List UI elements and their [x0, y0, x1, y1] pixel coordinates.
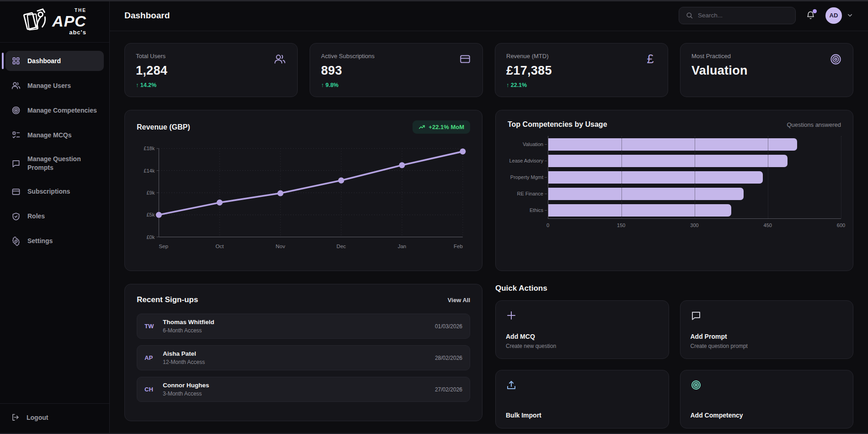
sidebar-item-manage-question-prompts[interactable]: Manage Question Prompts	[5, 150, 104, 177]
revenue-chart-card: Revenue (GBP) +22.1% MoM £0k£5k£9k£14k£1…	[124, 110, 482, 271]
quick-actions-title: Quick Actions	[495, 284, 853, 293]
sidebar-item-label: Subscriptions	[27, 187, 70, 196]
signup-initials: TW	[145, 323, 163, 330]
target-icon	[11, 105, 21, 115]
signup-name: Thomas Whitfield	[163, 319, 214, 326]
signup-plan: 3-Month Access	[163, 391, 209, 397]
sidebar-item-manage-users[interactable]: Manage Users	[5, 76, 104, 96]
app-logo: THE APC abc's	[0, 0, 109, 43]
user-menu[interactable]: AD	[825, 7, 853, 24]
signup-name: Aisha Patel	[163, 350, 205, 357]
svg-text:£18k: £18k	[144, 146, 155, 151]
sidebar-item-label: Settings	[27, 237, 53, 245]
stat-card-total-users: Total Users 1,284 ↑ 14.2%	[124, 43, 298, 97]
sidebar-item-label: Manage MCQs	[27, 131, 71, 140]
dashboard-content: Total Users 1,284 ↑ 14.2% Active Subscri…	[110, 31, 868, 434]
revenue-chart-title: Revenue (GBP)	[137, 123, 190, 131]
target-icon	[829, 53, 842, 65]
stat-delta: ↑ 14.2%	[136, 82, 286, 88]
sidebar-item-subscriptions[interactable]: Subscriptions	[5, 182, 104, 202]
svg-text:£0k: £0k	[146, 234, 155, 240]
notifications-button[interactable]	[806, 11, 815, 20]
signup-row[interactable]: TW Thomas Whitfield 6-Month Access 01/03…	[137, 314, 470, 339]
users-icon	[11, 81, 21, 91]
users-icon	[273, 53, 286, 65]
add-mcq-card[interactable]: Add MCQ Create new question	[495, 300, 669, 359]
bar-re-finance	[548, 188, 744, 200]
logout-icon	[11, 413, 20, 422]
signup-plan: 6-Month Access	[163, 327, 214, 334]
sidebar-nav: Dashboard Manage Users Manage Competenci…	[0, 43, 109, 403]
signup-initials: CH	[145, 386, 163, 393]
svg-text:£9k: £9k	[146, 190, 155, 195]
svg-text:Feb: Feb	[454, 244, 463, 249]
svg-text:Oct: Oct	[215, 244, 224, 249]
svg-text:Nov: Nov	[276, 244, 285, 249]
quick-action-title: Add Competency	[691, 412, 843, 419]
page-title: Dashboard	[124, 11, 170, 21]
competencies-chart-card: Top Competencies by Usage Questions answ…	[495, 110, 853, 271]
sidebar-item-label: Manage Question Prompts	[27, 155, 98, 172]
search-input[interactable]	[698, 12, 789, 19]
quick-actions-section: Quick Actions Add MCQ Create new questio…	[495, 284, 853, 429]
stat-delta: ↑ 22.1%	[506, 82, 657, 88]
search-box[interactable]	[679, 7, 796, 24]
chat-bubble-icon	[691, 310, 702, 321]
credit-card-icon	[459, 53, 472, 65]
stat-card-active-subscriptions: Active Subscriptions 893 ↑ 9.8%	[310, 43, 483, 97]
stat-label: Active Subscriptions	[321, 53, 472, 60]
sidebar-item-dashboard[interactable]: Dashboard	[5, 51, 104, 71]
bar-ethics	[548, 204, 731, 217]
chat-bubble-icon	[11, 158, 21, 168]
sidebar-item-label: Manage Competencies	[27, 106, 97, 115]
svg-text:Sep: Sep	[159, 244, 168, 249]
add-prompt-card[interactable]: Add Prompt Create question prompt	[680, 300, 854, 359]
sidebar-item-manage-mcqs[interactable]: Manage MCQs	[5, 125, 104, 145]
bulk-import-card[interactable]: Bulk Import	[495, 370, 669, 429]
checklist-icon	[11, 130, 21, 140]
gear-icon	[11, 236, 21, 246]
logout-button[interactable]: Logout	[0, 403, 109, 434]
stat-label: Most Practiced	[691, 53, 842, 60]
quick-action-subtitle: Create question prompt	[691, 343, 843, 349]
app-root: THE APC abc's Dashboard Manage Users	[0, 0, 868, 434]
upload-icon	[506, 380, 517, 391]
svg-text:£5k: £5k	[146, 212, 155, 217]
quick-action-title: Bulk Import	[506, 412, 659, 419]
plus-icon	[506, 310, 517, 321]
sidebar-item-label: Roles	[27, 212, 45, 221]
sidebar-item-manage-competencies[interactable]: Manage Competencies	[5, 100, 104, 120]
logo-abcs: abc's	[69, 29, 86, 35]
sidebar-item-label: Manage Users	[27, 81, 71, 90]
quick-action-subtitle: Create new question	[506, 343, 659, 349]
view-all-link[interactable]: View All	[448, 297, 470, 304]
top-header: Dashboard AD	[110, 0, 868, 31]
competencies-chart-unit-label: Questions answered	[787, 121, 841, 128]
signup-date: 01/03/2026	[435, 323, 462, 330]
add-competency-card[interactable]: Add Competency	[680, 370, 854, 429]
charts-row: Revenue (GBP) +22.1% MoM £0k£5k£9k£14k£1…	[124, 110, 853, 271]
credit-card-icon	[11, 187, 21, 197]
stat-card-most-practiced: Most Practiced Valuation	[680, 43, 853, 97]
avatar: AD	[825, 7, 842, 24]
signup-date: 27/02/2026	[435, 386, 462, 393]
pound-sterling-icon: £	[644, 53, 657, 65]
sidebar-item-roles[interactable]: Roles	[5, 206, 104, 227]
logo-apc: APC	[52, 13, 86, 29]
signup-row[interactable]: AP Aisha Patel 12-Month Access 28/02/202…	[137, 345, 470, 370]
bar-lease-advisory	[548, 155, 788, 167]
quick-action-title: Add Prompt	[691, 333, 843, 340]
signup-plan: 12-Month Access	[163, 359, 205, 365]
stat-value: £17,385	[506, 64, 657, 78]
mom-badge: +22.1% MoM	[413, 120, 470, 134]
chevron-down-icon	[847, 12, 853, 19]
signup-row[interactable]: CH Connor Hughes 3-Month Access 27/02/20…	[137, 377, 470, 402]
sidebar-item-settings[interactable]: Settings	[5, 231, 104, 251]
search-icon	[686, 11, 693, 19]
svg-text:Dec: Dec	[337, 244, 346, 249]
dashboard-grid-icon	[11, 56, 21, 66]
stat-value: Valuation	[691, 64, 842, 78]
competencies-chart-title: Top Competencies by Usage	[508, 120, 607, 129]
notification-dot	[813, 9, 817, 13]
bottom-row: Recent Sign-ups View All TW Thomas Whitf…	[124, 284, 853, 429]
